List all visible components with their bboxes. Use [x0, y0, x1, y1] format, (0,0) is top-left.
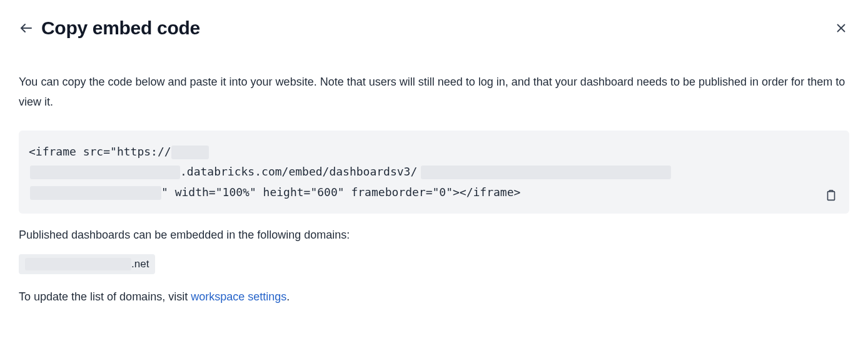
code-line-3: " width="100%" height="600" frameborder=…: [29, 182, 818, 202]
copy-button[interactable]: [824, 189, 838, 202]
redacted-segment: [30, 166, 180, 179]
redacted-segment: [171, 146, 209, 159]
back-button[interactable]: [19, 21, 34, 36]
code-text: width="100%" height="600" frameborder="0…: [168, 185, 521, 199]
redacted-segment: [421, 166, 671, 179]
clipboard-icon: [824, 189, 838, 202]
description-text: You can copy the code below and paste it…: [19, 72, 849, 112]
code-line-1: <iframe src="https://: [29, 142, 818, 162]
footer-prefix: To update the list of domains, visit: [19, 290, 191, 303]
redacted-segment: [30, 186, 161, 200]
dialog-header: Copy embed code: [19, 17, 849, 39]
embed-code-block: <iframe src="https:// .databricks.com/em…: [19, 131, 849, 214]
dialog-title: Copy embed code: [41, 17, 200, 39]
code-text: .databricks.com/embed/dashboardsv3/: [180, 165, 417, 178]
domain-suffix: .net: [131, 258, 149, 270]
footer-text: To update the list of domains, visit wor…: [19, 290, 849, 304]
footer-suffix: .: [286, 290, 290, 303]
workspace-settings-link[interactable]: workspace settings: [191, 290, 286, 303]
svg-rect-3: [828, 192, 835, 200]
arrow-left-icon: [19, 21, 34, 36]
domains-intro: Published dashboards can be embedded in …: [19, 229, 849, 242]
code-text: <iframe src="https://: [29, 145, 171, 158]
code-text: ": [161, 185, 168, 199]
close-button[interactable]: [833, 20, 849, 36]
redacted-domain: [25, 258, 131, 270]
close-icon: [834, 21, 848, 35]
header-left: Copy embed code: [19, 17, 200, 39]
code-line-2: .databricks.com/embed/dashboardsv3/: [29, 162, 818, 182]
domain-chip: .net: [19, 254, 155, 274]
